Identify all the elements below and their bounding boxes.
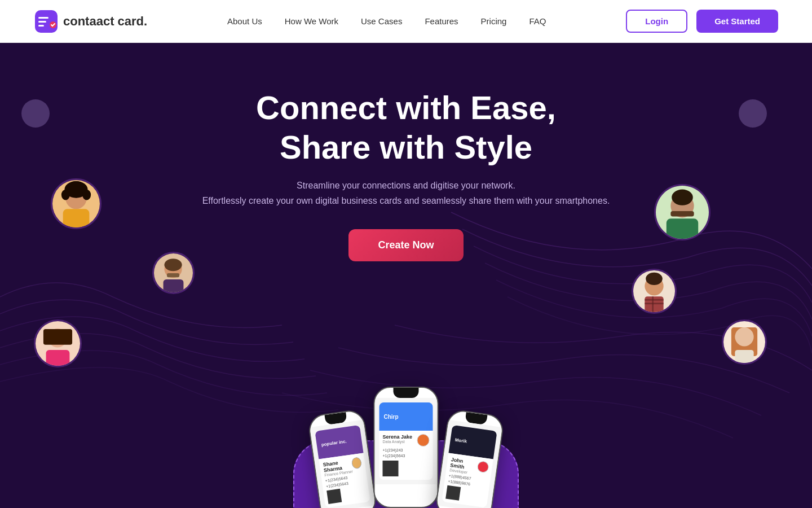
avatar-person-1 xyxy=(51,178,102,229)
svg-rect-24 xyxy=(667,218,698,239)
login-button[interactable]: Login xyxy=(626,10,687,33)
svg-rect-14 xyxy=(46,350,70,366)
svg-rect-3 xyxy=(38,25,44,27)
svg-rect-13 xyxy=(43,329,72,345)
svg-point-27 xyxy=(646,273,663,285)
svg-rect-31 xyxy=(652,296,654,312)
svg-rect-0 xyxy=(35,10,58,33)
svg-rect-23 xyxy=(670,211,694,216)
svg-rect-30 xyxy=(645,303,663,304)
avatar-person-5 xyxy=(632,269,677,314)
decorative-dot-tr xyxy=(739,99,767,128)
svg-point-34 xyxy=(735,327,753,346)
nav-actions: Login Get Started xyxy=(626,10,778,33)
nav-about-us[interactable]: About Us xyxy=(227,16,262,26)
nav-links: About Us How We Work Use Cases Features … xyxy=(227,16,546,27)
phone-mockup-right: Morik John Smith Developer +1(888)4567 +… xyxy=(434,409,505,508)
hero-subtitle: Streamline your connections and digitise… xyxy=(202,178,610,208)
svg-rect-10 xyxy=(63,209,90,227)
hero-section: Connect with Ease, Share with Style Stre… xyxy=(0,43,812,508)
logo[interactable]: contaact card. xyxy=(34,9,147,34)
decorative-dot-tl xyxy=(21,99,50,128)
nav-features[interactable]: Features xyxy=(425,16,458,26)
nav-pricing[interactable]: Pricing xyxy=(481,16,507,26)
phone-mockup-left: popular inc. Shane Sharma Finance Planne… xyxy=(307,409,378,508)
nav-how-we-work[interactable]: How We Work xyxy=(285,16,338,26)
phones-container: popular inc. Shane Sharma Finance Planne… xyxy=(313,387,500,508)
avatar-person-6 xyxy=(722,319,767,365)
nav-faq[interactable]: FAQ xyxy=(529,16,546,26)
svg-point-8 xyxy=(61,190,70,200)
navbar: contaact card. About Us How We Work Use … xyxy=(0,0,812,43)
svg-point-22 xyxy=(672,190,693,205)
hero-title: Connect with Ease, Share with Style xyxy=(256,88,556,167)
svg-rect-2 xyxy=(38,21,46,23)
logo-text: contaact card. xyxy=(63,14,147,29)
svg-point-17 xyxy=(164,259,182,271)
svg-rect-18 xyxy=(167,273,179,277)
svg-point-9 xyxy=(82,190,91,200)
get-started-button[interactable]: Get Started xyxy=(696,10,778,33)
nav-use-cases[interactable]: Use Cases xyxy=(361,16,402,26)
svg-rect-29 xyxy=(645,299,663,301)
avatar-person-3 xyxy=(152,252,195,294)
svg-rect-1 xyxy=(38,17,48,19)
svg-rect-19 xyxy=(164,279,184,292)
svg-rect-35 xyxy=(735,350,753,363)
avatar-person-2 xyxy=(34,319,82,367)
avatar-person-4 xyxy=(654,184,710,240)
create-now-button[interactable]: Create Now xyxy=(348,229,463,261)
phone-mockup-center: Chirp Serena Jake Data Analyst +1(234)24… xyxy=(374,387,439,508)
